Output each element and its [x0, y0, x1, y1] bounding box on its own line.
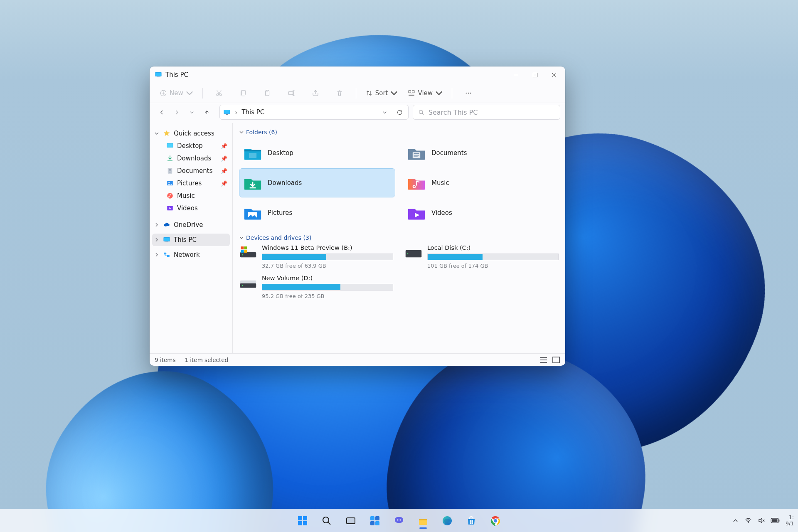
- taskbar: 1: 9/1: [0, 509, 798, 532]
- chat-icon: [394, 515, 404, 526]
- view-button[interactable]: View: [404, 86, 446, 100]
- file-explorer-taskbar-button[interactable]: [413, 512, 433, 530]
- svg-rect-31: [167, 255, 170, 257]
- chrome-button[interactable]: [485, 512, 505, 530]
- volume-muted-icon[interactable]: [758, 517, 765, 524]
- svg-rect-11: [409, 91, 411, 93]
- folder-item-desktop[interactable]: Desktop: [239, 139, 395, 167]
- pictures-icon: [166, 180, 174, 187]
- svg-rect-62: [470, 520, 471, 522]
- back-button[interactable]: [155, 105, 169, 119]
- sidebar-item-this-pc[interactable]: This PC: [152, 234, 230, 246]
- svg-rect-32: [249, 153, 256, 158]
- sidebar-item-music[interactable]: Music: [152, 190, 230, 202]
- group-header-folders[interactable]: Folders (6): [239, 129, 559, 135]
- refresh-button[interactable]: [394, 107, 405, 118]
- chrome-icon: [490, 515, 501, 526]
- drive-item-b[interactable]: Windows 11 Beta Preview (B:) 32.7 GB fre…: [239, 244, 393, 269]
- sidebar-item-network[interactable]: Network: [152, 249, 230, 261]
- tiles-view-toggle[interactable]: [552, 356, 560, 364]
- svg-rect-29: [165, 242, 168, 243]
- svg-point-51: [323, 517, 329, 523]
- pin-icon: 📌: [221, 168, 227, 174]
- address-history-button[interactable]: [379, 107, 390, 118]
- desktop-icon: [166, 142, 174, 150]
- titlebar[interactable]: This PC: [150, 66, 565, 83]
- search-box[interactable]: [413, 105, 560, 120]
- network-icon: [163, 251, 170, 259]
- search-icon: [321, 515, 332, 526]
- details-view-toggle[interactable]: [539, 356, 548, 364]
- sidebar-item-videos[interactable]: Videos: [152, 202, 230, 214]
- new-button[interactable]: New: [156, 86, 197, 100]
- sidebar-item-downloads[interactable]: Downloads 📌: [152, 152, 230, 165]
- folder-item-music[interactable]: Music: [403, 169, 559, 197]
- delete-button[interactable]: [329, 86, 350, 100]
- rename-icon: [288, 89, 295, 97]
- rename-button[interactable]: [281, 86, 302, 100]
- recent-locations-button[interactable]: [185, 105, 199, 119]
- svg-rect-71: [772, 519, 777, 522]
- svg-point-42: [407, 253, 409, 254]
- forward-button[interactable]: [170, 105, 184, 119]
- folder-item-downloads[interactable]: Downloads: [239, 169, 395, 197]
- folder-item-videos[interactable]: Videos: [403, 199, 559, 227]
- search-button[interactable]: [317, 512, 337, 530]
- cut-button[interactable]: [209, 86, 229, 100]
- this-pc-icon: [163, 236, 170, 244]
- tray-overflow-icon[interactable]: [732, 517, 739, 524]
- svg-rect-54: [370, 516, 374, 520]
- minimize-button[interactable]: [506, 66, 525, 83]
- task-view-icon: [345, 515, 356, 526]
- window-controls: [506, 66, 564, 83]
- sidebar-item-pictures[interactable]: Pictures 📌: [152, 177, 230, 190]
- svg-point-36: [242, 254, 243, 256]
- search-input[interactable]: [429, 108, 555, 116]
- taskbar-clock[interactable]: 1: 9/1: [786, 515, 794, 527]
- svg-rect-7: [241, 90, 245, 95]
- maximize-button[interactable]: [525, 66, 544, 83]
- documents-icon: [166, 167, 174, 175]
- svg-rect-3: [533, 73, 537, 77]
- sidebar-item-onedrive[interactable]: OneDrive: [152, 219, 230, 231]
- svg-point-45: [242, 285, 243, 286]
- sidebar-item-documents[interactable]: Documents 📌: [152, 165, 230, 177]
- start-button[interactable]: [293, 512, 313, 530]
- svg-rect-10: [288, 91, 293, 95]
- chevron-down-icon: [186, 89, 193, 97]
- folder-item-documents[interactable]: Documents: [403, 139, 559, 167]
- chat-button[interactable]: [389, 512, 409, 530]
- system-tray[interactable]: 1: 9/1: [732, 509, 794, 532]
- sidebar-label: Quick access: [174, 130, 214, 137]
- sidebar-item-desktop[interactable]: Desktop 📌: [152, 140, 230, 152]
- edge-button[interactable]: [437, 512, 457, 530]
- store-icon: [466, 515, 477, 526]
- svg-point-24: [168, 182, 170, 183]
- address-bar[interactable]: › This PC: [219, 105, 409, 120]
- drive-item-d[interactable]: New Volume (D:) 95.2 GB free of 235 GB: [239, 275, 393, 299]
- file-explorer-window: This PC New Sort View: [150, 66, 565, 366]
- copy-button[interactable]: [233, 86, 254, 100]
- svg-rect-21: [167, 144, 173, 147]
- task-view-button[interactable]: [341, 512, 361, 530]
- close-button[interactable]: [544, 66, 564, 83]
- desktop-folder-icon: [244, 145, 262, 161]
- pictures-folder-icon: [244, 204, 262, 221]
- sort-button[interactable]: Sort: [362, 86, 401, 100]
- store-button[interactable]: [461, 512, 481, 530]
- sidebar-item-quick-access[interactable]: Quick access: [152, 127, 230, 140]
- up-button[interactable]: [200, 105, 214, 119]
- drive-item-c[interactable]: Local Disk (C:) 101 GB free of 174 GB: [405, 244, 559, 269]
- widgets-button[interactable]: [365, 512, 385, 530]
- music-icon: [166, 192, 174, 200]
- paste-button[interactable]: [257, 86, 278, 100]
- share-icon: [312, 89, 319, 97]
- breadcrumb-this-pc[interactable]: This PC: [241, 108, 264, 116]
- share-button[interactable]: [305, 86, 326, 100]
- group-header-drives[interactable]: Devices and drives (3): [239, 234, 559, 241]
- more-button[interactable]: [458, 86, 479, 100]
- wifi-icon[interactable]: [745, 517, 752, 524]
- battery-icon[interactable]: [771, 518, 780, 523]
- sort-label: Sort: [375, 89, 388, 97]
- folder-item-pictures[interactable]: Pictures: [239, 199, 395, 227]
